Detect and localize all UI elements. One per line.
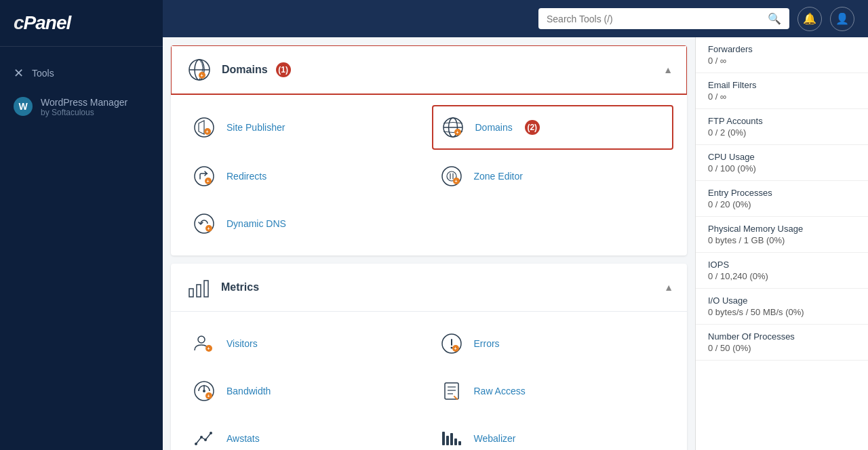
stat-io-usage-label: I/O Usage — [708, 295, 856, 306]
svg-rect-24 — [197, 285, 201, 297]
bandwidth-icon: + — [190, 377, 218, 405]
stat-number-of-processes: Number Of Processes 0 / 50 (0%) — [696, 325, 868, 361]
site-publisher-icon: + — [190, 113, 218, 142]
wordpress-icon: W — [14, 97, 33, 116]
svg-rect-50 — [454, 438, 457, 445]
stat-email-filters-label: Email Filters — [708, 80, 856, 90]
sidebar-item-wordpress[interactable]: W WordPress Manager by Softaculous — [0, 89, 163, 125]
domains-item[interactable]: + Domains (2) — [432, 105, 674, 150]
svg-text:+: + — [454, 179, 457, 184]
svg-text:+: + — [208, 226, 210, 231]
svg-point-43 — [195, 443, 197, 445]
svg-rect-23 — [189, 289, 193, 297]
stat-ftp-accounts: FTP Accounts 0 / 2 (0%) — [696, 109, 868, 145]
domains-annotation-2: (2) — [525, 120, 540, 135]
metrics-chevron-up-icon: ▲ — [664, 282, 673, 293]
svg-rect-25 — [204, 281, 208, 297]
site-publisher-item[interactable]: + Site Publisher — [184, 105, 427, 150]
zone-editor-icon: + — [437, 162, 466, 190]
stat-iops-value: 0 / 10,240 (0%) — [708, 271, 856, 281]
bandwidth-item[interactable]: + Bandwidth — [184, 370, 427, 412]
metrics-section-header[interactable]: Metrics ▲ — [171, 264, 687, 312]
svg-rect-48 — [446, 436, 449, 445]
user-menu-button[interactable]: 👤 — [830, 7, 854, 31]
zone-editor-item[interactable]: + Zone Editor — [432, 155, 674, 197]
stat-ftp-accounts-value: 0 / 2 (0%) — [708, 127, 856, 138]
raw-access-item[interactable]: Raw Access — [432, 370, 674, 412]
visitors-icon: + — [190, 329, 218, 358]
main-area: 🔍 🔔 👤 — [163, 0, 868, 450]
svg-text:+: + — [201, 73, 203, 78]
errors-item[interactable]: + Errors — [432, 323, 674, 365]
stat-email-filters-value: 0 / ∞ — [708, 91, 856, 102]
svg-text:+: + — [456, 130, 458, 135]
stat-forwarders-label: Forwarders — [708, 44, 856, 54]
dynamic-dns-item[interactable]: + Dynamic DNS — [184, 203, 427, 245]
sidebar-item-tools-label: Tools — [32, 68, 54, 79]
wp-subtitle: by Softaculous — [41, 108, 127, 117]
svg-text:+: + — [208, 394, 210, 398]
svg-rect-49 — [450, 433, 453, 445]
dynamic-dns-icon: + — [190, 209, 218, 238]
domains-section: + Domains (1) ▲ — [171, 45, 687, 255]
stat-io-usage: I/O Usage 0 bytes/s / 50 MB/s (0%) — [696, 289, 868, 325]
webalizer-item[interactable]: Webalizer — [432, 417, 674, 450]
user-icon: 👤 — [835, 12, 849, 25]
dynamic-dns-label: Dynamic DNS — [226, 218, 286, 229]
stat-forwarders-value: 0 / ∞ — [708, 56, 856, 66]
search-bar[interactable]: 🔍 — [538, 8, 789, 29]
stat-cpu-usage-value: 0 / 100 (0%) — [708, 163, 856, 173]
domains-section-icon: + — [185, 56, 214, 84]
content-area: + Domains (1) ▲ — [163, 37, 868, 450]
stat-physical-memory-label: Physical Memory Usage — [708, 224, 856, 234]
metrics-section: Metrics ▲ + — [171, 264, 687, 450]
sidebar-logo: cPanel — [0, 0, 163, 47]
stat-email-filters: Email Filters 0 / ∞ — [696, 73, 868, 109]
stat-forwarders: Forwarders 0 / ∞ — [696, 37, 868, 73]
svg-text:+: + — [207, 179, 210, 184]
svg-point-46 — [210, 432, 212, 434]
header: 🔍 🔔 👤 — [163, 0, 868, 37]
svg-text:+: + — [454, 346, 456, 351]
stat-physical-memory: Physical Memory Usage 0 bytes / 1 GB (0%… — [696, 217, 868, 253]
svg-point-26 — [198, 336, 205, 343]
redirects-icon: + — [190, 162, 218, 190]
metrics-section-title: Metrics — [221, 281, 259, 293]
visitors-item[interactable]: + Visitors — [184, 323, 427, 365]
webalizer-icon — [437, 424, 466, 450]
awstats-label: Awstats — [226, 433, 260, 444]
metrics-section-body: + Visitors + — [171, 312, 687, 450]
sidebar-menu: ✕ Tools W WordPress Manager by Softaculo… — [0, 47, 163, 136]
stat-iops-label: IOPS — [708, 260, 856, 270]
stat-physical-memory-value: 0 bytes / 1 GB (0%) — [708, 235, 856, 245]
awstats-item[interactable]: Awstats — [184, 417, 427, 450]
redirects-item[interactable]: + Redirects — [184, 155, 427, 197]
bandwidth-label: Bandwidth — [226, 386, 271, 396]
redirects-label: Redirects — [226, 171, 267, 182]
sidebar-item-tools[interactable]: ✕ Tools — [0, 58, 163, 89]
stat-io-usage-value: 0 bytes/s / 50 MB/s (0%) — [708, 307, 856, 317]
domains-section-body: + Site Publisher — [171, 94, 687, 255]
notifications-button[interactable]: 🔔 — [797, 7, 822, 31]
stat-cpu-usage: CPU Usage 0 / 100 (0%) — [696, 145, 868, 181]
sidebar: cPanel ✕ Tools W WordPress Manager by So… — [0, 0, 163, 450]
svg-point-44 — [200, 436, 203, 438]
bell-icon: 🔔 — [803, 12, 816, 25]
svg-rect-47 — [442, 432, 445, 445]
svg-point-45 — [204, 438, 207, 441]
svg-text:+: + — [208, 346, 210, 351]
wp-title: WordPress Manager — [41, 97, 127, 108]
svg-text:+: + — [206, 129, 209, 134]
stats-panel: Forwarders 0 / ∞ Email Filters 0 / ∞ FTP… — [695, 37, 868, 450]
zone-editor-label: Zone Editor — [474, 171, 523, 182]
metrics-section-icon — [184, 273, 213, 302]
svg-rect-39 — [445, 383, 458, 399]
stat-cpu-usage-label: CPU Usage — [708, 152, 856, 162]
stat-entry-processes-value: 0 / 20 (0%) — [708, 199, 856, 209]
stat-entry-processes-label: Entry Processes — [708, 188, 856, 198]
raw-access-label: Raw Access — [474, 386, 526, 396]
search-icon[interactable]: 🔍 — [768, 12, 781, 25]
domains-section-header[interactable]: + Domains (1) ▲ — [171, 45, 687, 95]
search-input[interactable] — [547, 14, 762, 24]
stat-ftp-accounts-label: FTP Accounts — [708, 116, 856, 126]
